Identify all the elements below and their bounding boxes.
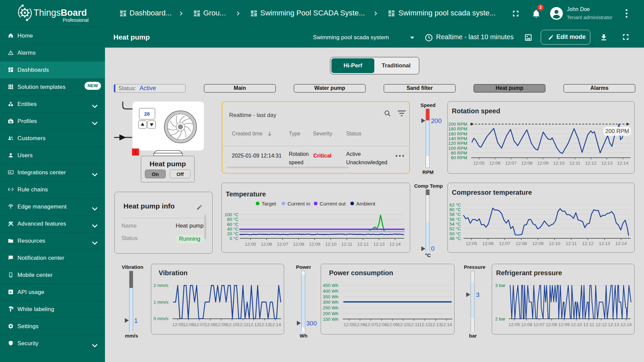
svg-text:12:05: 12:05 bbox=[473, 161, 485, 166]
svg-text:12:10: 12:10 bbox=[226, 322, 238, 327]
svg-text:12:09: 12:09 bbox=[387, 322, 398, 327]
svg-text:12:08: 12:08 bbox=[205, 322, 216, 327]
svg-text:12:09: 12:09 bbox=[309, 242, 320, 247]
svg-text:12:13: 12:13 bbox=[601, 161, 612, 166]
svg-text:12:12: 12:12 bbox=[357, 242, 369, 247]
svg-text:250 Wh: 250 Wh bbox=[323, 305, 338, 310]
svg-text:12:11: 12:11 bbox=[237, 322, 249, 327]
svg-text:Current in: Current in bbox=[287, 201, 310, 206]
svg-text:48 °C: 48 °C bbox=[449, 236, 461, 241]
svg-text:12:12: 12:12 bbox=[596, 322, 607, 327]
svg-text:12:06: 12:06 bbox=[521, 322, 532, 327]
svg-text:12:11: 12:11 bbox=[341, 242, 353, 247]
svg-text:12:05: 12:05 bbox=[245, 242, 256, 247]
svg-text:58 °C: 58 °C bbox=[449, 212, 461, 217]
svg-text:120 RPM: 120 RPM bbox=[448, 141, 467, 146]
svg-text:300 Wh: 300 Wh bbox=[323, 300, 338, 305]
svg-text:12:08: 12:08 bbox=[546, 322, 557, 327]
svg-text:12:11: 12:11 bbox=[570, 161, 581, 166]
svg-text:12:07: 12:07 bbox=[533, 322, 545, 327]
svg-text:200 RPM: 200 RPM bbox=[605, 128, 629, 134]
svg-text:12:10: 12:10 bbox=[571, 322, 582, 327]
svg-text:12:05: 12:05 bbox=[172, 322, 183, 327]
svg-text:!: ! bbox=[135, 150, 136, 155]
svg-text:12:11: 12:11 bbox=[409, 322, 420, 327]
svg-text:40 °C: 40 °C bbox=[227, 227, 238, 232]
svg-text:12:06: 12:06 bbox=[261, 242, 272, 247]
svg-text:12:08: 12:08 bbox=[293, 242, 304, 247]
svg-text:12:14: 12:14 bbox=[389, 242, 401, 247]
svg-text:62 °C: 62 °C bbox=[449, 202, 461, 207]
svg-text:12:07: 12:07 bbox=[499, 241, 511, 246]
svg-text:Vibration: Vibration bbox=[159, 269, 187, 277]
svg-text:12:10: 12:10 bbox=[397, 322, 409, 327]
svg-text:12:13: 12:13 bbox=[373, 242, 385, 247]
svg-text:12:07: 12:07 bbox=[277, 242, 288, 247]
svg-text:Current out: Current out bbox=[320, 201, 346, 206]
svg-text:54 °C: 54 °C bbox=[449, 222, 461, 227]
svg-text:2 bar: 2 bar bbox=[495, 316, 505, 321]
svg-text:20 °C: 20 °C bbox=[227, 231, 238, 236]
svg-text:12:09: 12:09 bbox=[537, 161, 549, 166]
svg-text:150 Wh: 150 Wh bbox=[323, 317, 338, 322]
svg-text:Refrigerant pressure: Refrigerant pressure bbox=[496, 269, 562, 277]
svg-text:100 RPM: 100 RPM bbox=[448, 146, 467, 151]
svg-text:12:13: 12:13 bbox=[430, 322, 441, 327]
svg-text:180 RPM: 180 RPM bbox=[448, 126, 467, 131]
svg-text:12:14: 12:14 bbox=[441, 322, 452, 327]
svg-text:Ambient: Ambient bbox=[356, 201, 376, 206]
svg-text:12:07: 12:07 bbox=[365, 322, 377, 327]
svg-text:12:05: 12:05 bbox=[508, 322, 520, 327]
svg-text:350 Wh: 350 Wh bbox=[323, 294, 338, 299]
svg-text:12:06: 12:06 bbox=[489, 161, 501, 166]
svg-text:12:13: 12:13 bbox=[599, 241, 610, 246]
svg-text:100 °C: 100 °C bbox=[225, 212, 239, 217]
svg-text:12:06: 12:06 bbox=[183, 322, 195, 327]
svg-text:12:09: 12:09 bbox=[216, 322, 227, 327]
svg-text:12:10: 12:10 bbox=[549, 241, 560, 246]
svg-text:12:09: 12:09 bbox=[558, 322, 570, 327]
svg-text:60 °C: 60 °C bbox=[227, 222, 238, 227]
svg-text:450 Wh: 450 Wh bbox=[323, 283, 338, 288]
svg-text:12:05: 12:05 bbox=[466, 241, 477, 246]
svg-text:12:05: 12:05 bbox=[343, 322, 355, 327]
svg-text:2 mm/s: 2 mm/s bbox=[154, 283, 169, 288]
svg-text:160 RPM: 160 RPM bbox=[448, 131, 467, 136]
svg-text:12:08: 12:08 bbox=[376, 322, 387, 327]
svg-text:12:12: 12:12 bbox=[582, 241, 594, 246]
svg-text:12:13: 12:13 bbox=[259, 322, 270, 327]
svg-text:200 Wh: 200 Wh bbox=[323, 311, 338, 316]
svg-text:12:14: 12:14 bbox=[615, 241, 627, 246]
svg-text:12:06: 12:06 bbox=[354, 322, 366, 327]
svg-text:60 °C: 60 °C bbox=[449, 207, 461, 212]
svg-text:12:07: 12:07 bbox=[505, 161, 517, 166]
svg-text:12:08: 12:08 bbox=[521, 161, 533, 166]
svg-text:80 °C: 80 °C bbox=[227, 217, 238, 222]
svg-text:Power consumption: Power consumption bbox=[329, 269, 393, 277]
svg-text:12:06: 12:06 bbox=[482, 241, 494, 246]
svg-text:12:10: 12:10 bbox=[553, 161, 565, 166]
svg-text:12:12: 12:12 bbox=[585, 161, 597, 166]
svg-text:12:10: 12:10 bbox=[325, 242, 336, 247]
svg-text:12:11: 12:11 bbox=[566, 241, 577, 246]
svg-text:12:14: 12:14 bbox=[270, 322, 281, 327]
svg-text:12:12: 12:12 bbox=[419, 322, 431, 327]
svg-text:1 mm/s: 1 mm/s bbox=[154, 300, 169, 305]
svg-text:12:12: 12:12 bbox=[248, 322, 260, 327]
svg-text:56 °C: 56 °C bbox=[449, 217, 461, 222]
svg-text:12:13: 12:13 bbox=[608, 322, 620, 327]
svg-text:Compressor temperature: Compressor temperature bbox=[452, 189, 532, 196]
svg-text:3 bar: 3 bar bbox=[495, 283, 505, 288]
svg-text:12:14: 12:14 bbox=[621, 322, 632, 327]
svg-text:Temperature: Temperature bbox=[226, 190, 266, 198]
svg-text:200 RPM: 200 RPM bbox=[448, 122, 467, 127]
svg-text:60 RPM: 60 RPM bbox=[451, 155, 467, 160]
svg-text:12:08: 12:08 bbox=[516, 241, 527, 246]
svg-text:0 mm/s: 0 mm/s bbox=[154, 316, 169, 321]
svg-text:52 °C: 52 °C bbox=[449, 226, 461, 231]
svg-text:0 °C: 0 °C bbox=[230, 236, 239, 241]
svg-text:Rotation speed: Rotation speed bbox=[452, 107, 500, 115]
svg-text:12:09: 12:09 bbox=[532, 241, 544, 246]
svg-text:12:11: 12:11 bbox=[583, 322, 594, 327]
svg-text:28: 28 bbox=[144, 111, 150, 117]
